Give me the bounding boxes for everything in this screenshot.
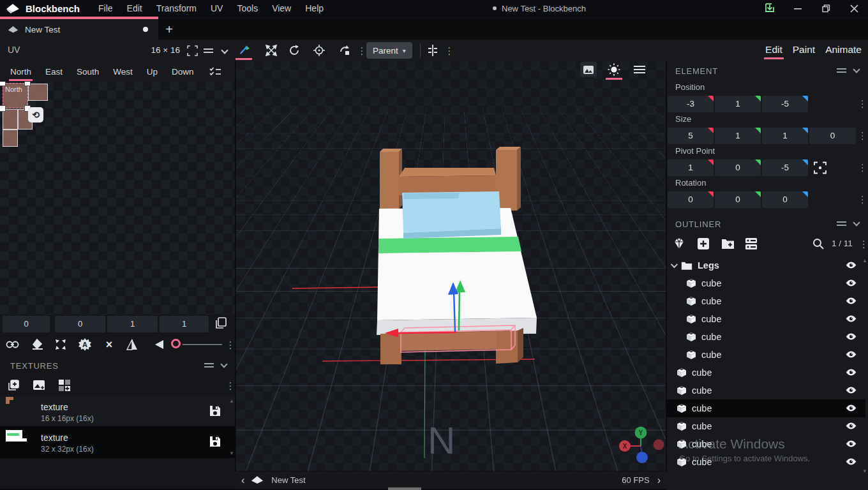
outliner-handle-icon[interactable]	[837, 221, 846, 226]
textures-collapse-icon[interactable]	[220, 360, 227, 368]
cube-label[interactable]: cube	[701, 314, 721, 324]
search-icon[interactable]	[812, 238, 824, 249]
element-header[interactable]: ELEMENT	[667, 61, 868, 80]
inflate-field[interactable]: 0	[809, 128, 856, 144]
fill-bucket-icon[interactable]	[31, 338, 45, 352]
menu-view[interactable]: View	[265, 0, 298, 17]
mirror-y-icon[interactable]	[152, 338, 166, 352]
menu-help[interactable]: Help	[298, 0, 331, 17]
maximize-uv-icon[interactable]	[54, 338, 68, 352]
pivot-z-field[interactable]: -5	[762, 160, 808, 176]
visibility-eye-icon[interactable]	[846, 421, 857, 431]
outliner-cube-row[interactable]: cube	[667, 310, 865, 328]
prev-project-icon[interactable]: ‹	[241, 475, 244, 486]
uv-rotate-handle[interactable]: ⟲	[28, 107, 43, 122]
toolbar-overflow2-icon[interactable]: ⋮	[443, 44, 456, 57]
outliner-view-icon[interactable]	[745, 237, 758, 250]
visibility-eye-icon[interactable]	[846, 332, 857, 341]
visibility-eye-icon[interactable]	[846, 350, 857, 359]
outliner-cube-row[interactable]: cube	[667, 274, 865, 292]
visibility-eye-icon[interactable]	[846, 385, 857, 395]
close-button[interactable]	[840, 0, 868, 17]
uv-grid-size[interactable]: 16 × 16	[144, 45, 180, 55]
cube-label[interactable]: cube	[692, 403, 712, 413]
uv-tab-south[interactable]: South	[77, 67, 99, 77]
size-menu-icon[interactable]: ⋮	[858, 131, 867, 140]
uv-tab-east[interactable]: East	[45, 67, 63, 77]
uv-tab-down[interactable]: Down	[172, 67, 194, 77]
cube-label[interactable]: cube	[692, 368, 712, 378]
uv-tab-up[interactable]: Up	[147, 67, 158, 77]
outliner-cube-row-selected[interactable]: cube	[667, 399, 865, 417]
link-uv-icon[interactable]	[5, 338, 19, 352]
size-y-field[interactable]: 1	[715, 128, 761, 144]
uv-editor-canvas[interactable]: North ⟲	[0, 82, 235, 315]
visibility-eye-icon[interactable]	[846, 296, 857, 306]
tab-edit[interactable]: Edit	[765, 44, 782, 57]
resize-tool-button[interactable]	[265, 44, 278, 57]
cube-label[interactable]: cube	[701, 296, 721, 306]
scroll-up-icon[interactable]: ▲	[229, 398, 234, 404]
create-palette-icon[interactable]	[57, 378, 71, 392]
add-cube-icon[interactable]	[697, 237, 710, 250]
outliner-cube-row[interactable]: cube	[667, 382, 865, 399]
outliner-cube-row[interactable]: cube	[667, 417, 865, 435]
copy-uv-icon[interactable]	[214, 316, 227, 330]
save-texture-icon[interactable]	[208, 404, 222, 418]
uv-face[interactable]	[28, 84, 48, 101]
view-gizmo[interactable]: X Y	[619, 427, 664, 464]
size-x-field[interactable]: 5	[668, 128, 714, 144]
rotate-tool-button[interactable]	[288, 44, 301, 57]
add-group-icon[interactable]	[721, 238, 735, 249]
tab-paint[interactable]: Paint	[793, 44, 815, 57]
visibility-eye-icon[interactable]	[846, 403, 857, 413]
uv-tab-west[interactable]: West	[113, 67, 133, 77]
uv-frame-icon[interactable]	[186, 44, 198, 57]
mirror-modeling-icon[interactable]	[426, 44, 439, 57]
uv-face[interactable]	[3, 109, 18, 130]
cube-label[interactable]: cube	[692, 457, 712, 467]
uv-collapse-chevron-icon[interactable]	[218, 44, 231, 57]
create-texture-icon[interactable]	[6, 378, 20, 392]
element-collapse-icon[interactable]	[853, 66, 860, 73]
uv-drag-handle[interactable]	[24, 82, 31, 86]
viewport-menu-icon[interactable]	[631, 62, 648, 77]
menu-uv[interactable]: UV	[204, 0, 230, 17]
element-handle-icon[interactable]	[837, 68, 846, 73]
rotation-y-field[interactable]: 0	[715, 191, 761, 208]
visibility-eye-icon[interactable]	[846, 278, 857, 288]
position-menu-icon[interactable]: ⋮	[858, 99, 867, 108]
vertex-snap-tool-button[interactable]	[338, 44, 351, 57]
uv-x-field[interactable]: 0	[3, 316, 50, 332]
uv-height-field[interactable]: 1	[160, 316, 209, 332]
texture-row[interactable]: texture 16 x 16px (16x)	[0, 397, 235, 426]
outliner-header[interactable]: OUTLINER	[667, 214, 868, 234]
cube-label[interactable]: cube	[701, 278, 721, 288]
visibility-eye-icon[interactable]	[846, 368, 857, 377]
position-z-field[interactable]: -5	[762, 96, 808, 112]
minimize-button[interactable]	[784, 0, 812, 17]
pivot-y-field[interactable]: 0	[715, 160, 761, 176]
uv-face[interactable]	[3, 130, 18, 147]
uv-panel-handle-icon[interactable]	[202, 44, 214, 57]
outliner-scroll-up-icon[interactable]: ▲	[862, 258, 867, 264]
update-available-icon[interactable]	[756, 0, 784, 17]
menu-tools[interactable]: Tools	[230, 0, 265, 17]
uv-y-field[interactable]: 0	[55, 316, 105, 332]
cube-label[interactable]: cube	[692, 421, 712, 431]
import-texture-icon[interactable]	[32, 378, 46, 392]
scroll-down-icon[interactable]: ▼	[229, 450, 234, 456]
visibility-eye-icon[interactable]	[846, 260, 857, 270]
menu-edit[interactable]: Edit	[120, 0, 149, 17]
outliner-cube-row[interactable]: cube	[667, 346, 865, 364]
cube-label[interactable]: cube	[701, 332, 721, 342]
tab-animate[interactable]: Animate	[825, 44, 862, 57]
visibility-eye-icon[interactable]	[846, 457, 857, 466]
transform-space-dropdown[interactable]: Parent ▾	[366, 42, 412, 59]
restore-button[interactable]	[812, 0, 840, 17]
uv-opacity-slider-knob[interactable]	[171, 339, 181, 348]
next-project-icon[interactable]: ›	[657, 475, 661, 486]
outliner-cube-row[interactable]: cube	[667, 292, 865, 310]
uv-checklist-icon[interactable]	[209, 67, 221, 77]
position-y-field[interactable]: 1	[715, 96, 761, 112]
